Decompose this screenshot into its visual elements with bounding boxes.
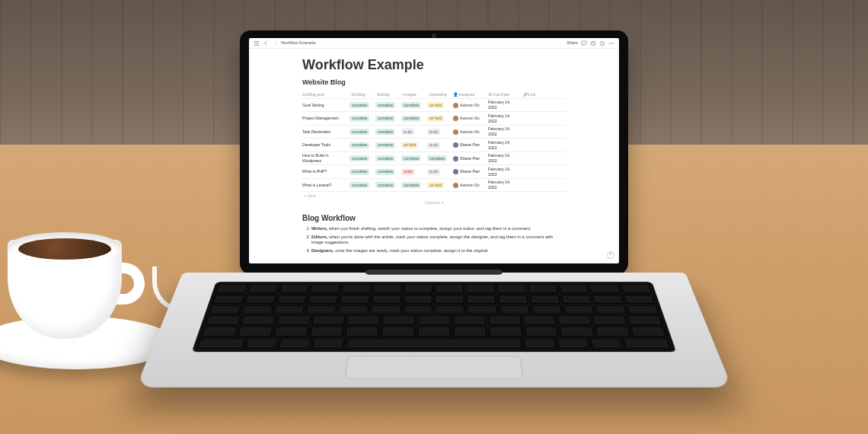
cell-post[interactable]: Task Reminders — [302, 129, 330, 134]
status-pill[interactable]: to do — [401, 129, 414, 135]
col-uploading[interactable]: ◦ Uploading — [427, 92, 450, 97]
database-title[interactable]: Website Blog — [302, 78, 566, 88]
table-row[interactable]: How to Build in Wordpresscompletecomplet… — [302, 152, 566, 166]
cell-due-date[interactable]: February 14, 2022 — [488, 180, 510, 190]
status-pill[interactable]: on hold — [427, 116, 444, 122]
cell-post[interactable]: Project Management — [302, 116, 339, 120]
cell-assignee[interactable]: Shane Parr — [453, 156, 485, 161]
status-pill[interactable]: complete — [349, 182, 369, 188]
section-title[interactable]: Blog Workflow — [302, 213, 566, 223]
col-assignee[interactable]: 👤 Assignee — [453, 92, 485, 97]
col-link[interactable]: 🔗 Link — [523, 92, 538, 97]
status-pill[interactable]: complete — [375, 142, 395, 148]
table-row[interactable]: Project Managementcompletecompletecomple… — [302, 112, 566, 126]
database-table: Aa Blog post ◦ Drafting ◦ Editing ◦ Imag… — [302, 91, 566, 206]
cell-due-date[interactable]: February 14, 2022 — [488, 167, 510, 177]
status-pill[interactable]: complete — [349, 169, 369, 175]
col-images[interactable]: ◦ Images — [401, 92, 424, 97]
workflow-step: Editors, when you're done with the artic… — [311, 235, 566, 246]
cell-due-date[interactable]: February 14, 2022 — [488, 113, 510, 123]
cell-due-date[interactable]: February 14, 2022 — [488, 140, 510, 150]
cell-due-date[interactable]: February 14, 2022 — [488, 100, 510, 110]
status-pill[interactable]: complete — [349, 155, 369, 161]
avatar — [453, 183, 458, 188]
cell-assignee[interactable]: Autumn Sn — [453, 103, 485, 108]
status-pill[interactable]: complete — [349, 116, 369, 122]
calculate-button[interactable]: Calculate ▾ — [302, 199, 566, 206]
back-icon[interactable] — [263, 40, 269, 46]
status-pill[interactable]: complete — [401, 182, 421, 188]
status-pill[interactable]: complete — [427, 155, 447, 161]
svg-point-2 — [609, 43, 610, 43]
help-button[interactable]: ? — [607, 251, 614, 259]
col-editing[interactable]: ◦ Editing — [375, 92, 398, 97]
status-pill[interactable]: to do — [427, 142, 440, 148]
table-row[interactable]: What is Laravel?completecompletecomplete… — [302, 179, 566, 193]
col-blog-post[interactable]: Aa Blog post — [302, 92, 346, 97]
comments-icon[interactable] — [581, 40, 587, 46]
status-pill[interactable]: complete — [401, 155, 421, 161]
status-pill[interactable]: complete — [375, 182, 395, 188]
page-title[interactable]: Workflow Example — [302, 56, 566, 74]
workflow-step: Writers, when you finish drafting, switc… — [311, 226, 566, 232]
workflow-step: Designers, once the images are ready, ma… — [311, 248, 566, 254]
cell-post[interactable]: Goal Setting — [302, 103, 324, 107]
cell-post[interactable]: What is Laravel? — [302, 183, 332, 187]
status-pill[interactable]: complete — [375, 129, 395, 135]
favorite-icon[interactable] — [599, 40, 605, 46]
svg-point-3 — [611, 43, 611, 43]
status-pill[interactable]: to do — [427, 129, 440, 135]
status-pill[interactable]: complete — [375, 155, 395, 161]
cell-assignee[interactable]: Shane Parr — [453, 169, 485, 174]
app-window: Workflow Example Share Workflow Example … — [249, 38, 619, 263]
status-pill[interactable]: complete — [349, 129, 369, 135]
updates-icon[interactable] — [590, 40, 596, 46]
cell-assignee[interactable]: Autumn Sn — [453, 183, 485, 188]
table-header: Aa Blog post ◦ Drafting ◦ Editing ◦ Imag… — [302, 91, 566, 99]
topbar: Workflow Example Share — [249, 38, 619, 49]
table-row[interactable]: Task Reminderscompletecompleteto doto do… — [302, 126, 566, 139]
status-pill[interactable]: complete — [401, 116, 421, 122]
cell-due-date[interactable]: February 14, 2022 — [488, 126, 510, 136]
status-pill[interactable]: complete — [375, 169, 395, 175]
status-pill[interactable]: complete — [401, 102, 421, 108]
status-pill[interactable]: stuck — [401, 169, 415, 175]
status-pill[interactable]: to do — [427, 169, 440, 175]
status-pill[interactable]: complete — [375, 102, 395, 108]
table-row[interactable]: Goal Settingcompletecompletecompleteon h… — [302, 99, 566, 113]
avatar — [453, 129, 458, 135]
workflow-steps: Writers, when you finish drafting, switc… — [311, 226, 566, 254]
cell-assignee[interactable]: Shane Parr — [453, 142, 485, 148]
status-pill[interactable]: on hold — [427, 182, 444, 188]
share-button[interactable]: Share — [566, 40, 578, 46]
new-row-button[interactable]: + New — [302, 192, 566, 199]
cell-post[interactable]: Developer Tools — [302, 142, 330, 147]
status-pill[interactable]: complete — [349, 142, 369, 148]
cell-assignee[interactable]: Autumn Sn — [453, 116, 485, 121]
cell-post[interactable]: What is PHP? — [302, 169, 327, 174]
status-pill[interactable]: complete — [349, 102, 369, 108]
svg-rect-0 — [582, 41, 586, 44]
laptop-keyboard — [136, 273, 732, 388]
cell-assignee[interactable]: Autumn Sn — [453, 129, 485, 135]
cell-post[interactable]: How to Build in Wordpress — [302, 153, 329, 163]
status-pill[interactable]: complete — [375, 116, 395, 122]
svg-point-4 — [613, 43, 614, 43]
avatar — [453, 116, 458, 121]
table-row[interactable]: Developer Toolscompletecompleteon holdto… — [302, 139, 566, 152]
forward-icon[interactable] — [272, 40, 278, 46]
status-pill[interactable]: on hold — [427, 102, 444, 108]
table-row[interactable]: What is PHP?completecompletestuckto doSh… — [302, 165, 566, 179]
col-due-date[interactable]: 🗓 Due Date — [488, 92, 520, 97]
breadcrumb[interactable]: Workflow Example — [281, 40, 315, 46]
avatar — [453, 156, 458, 161]
avatar — [453, 103, 458, 108]
col-drafting[interactable]: ◦ Drafting — [349, 92, 372, 97]
more-icon[interactable] — [608, 40, 614, 46]
avatar — [453, 169, 458, 174]
avatar — [453, 142, 458, 148]
cell-due-date[interactable]: February 14, 2022 — [488, 153, 510, 163]
menu-icon[interactable] — [254, 40, 260, 46]
status-pill[interactable]: on hold — [401, 142, 418, 148]
